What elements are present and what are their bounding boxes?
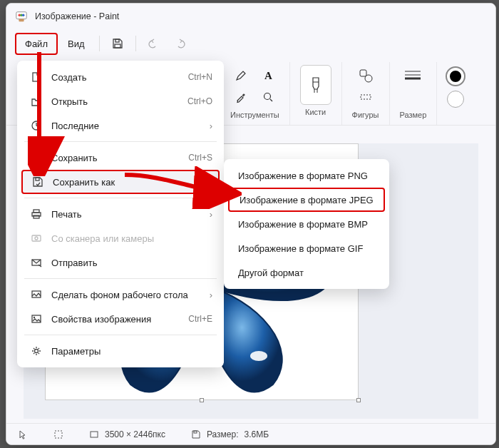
file-menu-item[interactable]: Отправить [21,250,220,275]
file-menu-item[interactable]: СоздатьCtrl+N [21,65,220,89]
menu-item-label: Последние [51,121,210,131]
selection-icon [53,429,63,439]
svg-point-30 [34,317,35,318]
file-menu-item[interactable]: Печать› [21,202,220,226]
outline-icon[interactable] [356,88,375,106]
file-menu-item[interactable]: ОткрытьCtrl+O [21,89,220,113]
color2-swatch[interactable] [447,91,464,108]
magnifier-icon[interactable] [259,88,277,106]
menu-item-label: Открыть [51,96,187,107]
menu-separator [24,278,217,279]
file-menu-item[interactable]: Свойства изображенияCtrl+E [21,307,220,331]
svg-rect-6 [115,44,120,48]
menu-separator [24,141,217,142]
saveas-submenu: Изображение в формате PNGИзображение в ф… [224,159,389,289]
ribbon-group-colors [436,62,474,125]
separator [135,36,136,51]
submenu-item-label: Изображение в формате JPEG [240,195,374,205]
scanner-icon [29,233,44,244]
size-icon[interactable] [403,66,422,85]
svg-rect-8 [360,70,366,76]
ribbon-label-size: Размер [400,111,427,119]
menu-separator [24,335,217,335]
new-icon [29,71,44,83]
menu-item-label: Параметры [51,346,212,357]
menubar: Файл Вид [6,29,495,58]
eyedropper-icon[interactable] [232,88,250,106]
send-icon [29,257,44,268]
svg-point-26 [35,237,38,240]
settings-icon [29,345,44,357]
menu-item-shortcut: Ctrl+N [188,72,212,82]
saveas-icon [30,176,46,188]
saveas-sub-item[interactable]: Изображение в формате GIF [228,236,385,260]
recent-icon [29,120,44,131]
chevron-right-icon: › [208,177,211,188]
file-menu-item[interactable]: СохранитьCtrl+S [21,146,220,170]
file-menu-item[interactable]: Параметры [21,339,220,363]
submenu-item-label: Изображение в формате GIF [238,243,363,254]
menu-item-label: Печать [51,209,210,220]
file-menu: СоздатьCtrl+NОткрытьCtrl+OПоследние›Сохр… [17,61,224,367]
resize-handle[interactable] [356,398,361,402]
svg-rect-18 [33,73,39,81]
svg-point-3 [22,14,25,16]
titlebar: Изображение - Paint [6,4,495,29]
chevron-right-icon: › [210,209,212,220]
menu-item-shortcut: Ctrl+E [188,314,212,324]
ribbon-group-tools: A Инструменты [220,62,289,125]
svg-rect-21 [36,178,39,180]
svg-point-9 [365,75,372,82]
menu-item-label: Создать [51,72,188,83]
file-menu-item[interactable]: Сохранить как› [21,170,220,194]
submenu-item-label: Другой формат [238,268,304,278]
save-icon [29,152,44,163]
submenu-item-label: Изображение в формате PNG [238,170,368,181]
window-title: Изображение - Paint [35,11,119,21]
shapes-icon[interactable] [356,66,375,85]
separator [99,36,100,51]
menu-item-shortcut: Ctrl+S [188,153,212,163]
saveas-sub-item[interactable]: Изображение в формате JPEG [228,188,385,212]
svg-rect-24 [34,215,39,218]
svg-point-16 [250,351,267,361]
props-icon [29,313,44,325]
wallpaper-icon [29,289,44,300]
cursor-tool-icon [18,429,28,439]
chevron-right-icon: › [210,290,212,300]
undo-button [142,33,166,54]
svg-rect-4 [19,19,24,22]
menu-item-label: Свойства изображения [51,314,188,325]
text-icon[interactable]: A [259,66,277,85]
statusbar: 3500 × 2446пкс Размер: 3.6МБ [6,423,495,444]
svg-rect-25 [32,235,41,241]
color1-swatch[interactable] [447,68,464,85]
save-icon-button[interactable] [106,33,130,54]
resize-handle[interactable] [200,398,204,402]
submenu-item-label: Изображение в формате BMP [238,219,368,230]
ribbon-group-brushes: Кисти [289,62,341,125]
ribbon-group-size: Размер [389,62,437,125]
menu-item-label: Сохранить [51,153,188,163]
file-menu-item[interactable]: Последние› [21,113,220,138]
saveas-sub-item[interactable]: Изображение в формате BMP [228,212,385,236]
svg-rect-29 [32,315,41,322]
menu-view[interactable]: Вид [59,34,93,54]
menu-item-label: Со сканера или камеры [51,233,212,244]
svg-rect-20 [34,153,38,156]
svg-rect-10 [361,95,371,99]
menu-item-label: Сделать фоном рабочего стола [51,290,210,300]
brushes-button[interactable] [300,65,331,105]
menu-item-shortcut: Ctrl+O [187,96,212,106]
canvas-dimensions: 3500 × 2446пкс [89,429,165,439]
saveas-sub-item[interactable]: Другой формат [228,260,385,285]
print-icon [29,208,44,220]
file-menu-item[interactable]: Сделать фоном рабочего стола› [21,282,220,307]
menu-item-label: Отправить [51,258,212,268]
saveas-sub-item[interactable]: Изображение в формате PNG [228,163,385,188]
svg-rect-33 [91,432,98,437]
pencil-icon[interactable] [232,66,250,85]
app-icon [15,10,28,23]
menu-file[interactable]: Файл [15,33,58,55]
file-size: Размер: 3.6МБ [191,429,269,439]
